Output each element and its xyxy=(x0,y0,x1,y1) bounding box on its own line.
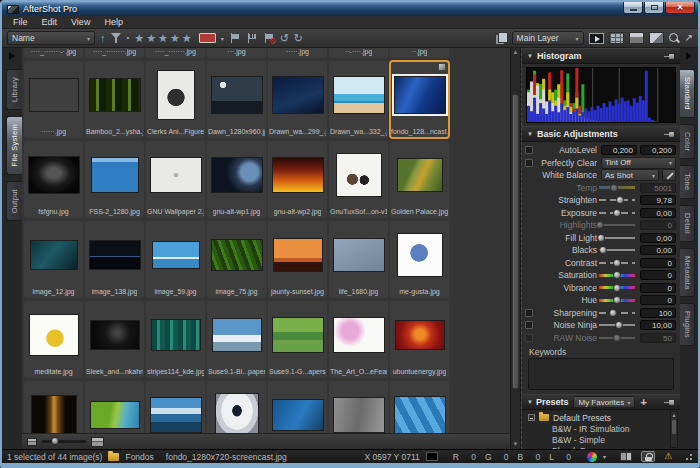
preset-item[interactable]: Bleach Bypass xyxy=(528,445,667,449)
thumbnail-cell[interactable]: Golden Palace.jpg xyxy=(390,141,449,218)
menu-help[interactable]: Help xyxy=(97,17,130,27)
thumbnail-cell[interactable]: Wallpaper02.jpg xyxy=(268,381,327,433)
thumbnail-cell[interactable]: Sleek_and...nkahn.jpg xyxy=(85,301,144,378)
menu-file[interactable]: File xyxy=(6,17,35,27)
thumbnail-cell[interactable]: image_138.jpg xyxy=(85,221,144,298)
tab-output[interactable]: Output xyxy=(6,181,22,221)
thumbnail-cell[interactable]: ··.jpg xyxy=(390,48,449,58)
flag-pick-icon[interactable] xyxy=(229,32,241,44)
contrast-slider[interactable] xyxy=(599,257,635,269)
slider-knob[interactable] xyxy=(596,221,604,229)
chevron-down-icon[interactable]: ▾ xyxy=(221,35,224,42)
slideshow-icon[interactable] xyxy=(589,33,604,44)
presets-header[interactable]: ▼ Presets My Favorites ▾ + xyxy=(522,394,680,410)
rating-dot-icon[interactable]: • xyxy=(127,34,130,42)
color-label-swatch[interactable] xyxy=(199,33,216,43)
thumbnail-cell[interactable]: vista-wall...h-tree.jpg xyxy=(85,381,144,433)
preset-item[interactable]: B&W - Simple xyxy=(528,434,667,445)
thumbnail-cell[interactable]: me-gusta.jpg xyxy=(390,221,449,298)
scroll-up-icon[interactable]: ▲ xyxy=(672,412,677,418)
thumbnail-cell[interactable]: gnu-alt-wp1.jpg xyxy=(207,141,266,218)
histogram-header[interactable]: ▼ Histogram xyxy=(522,48,680,64)
thumbnail-cell[interactable]: GnuTuxSof...on-v1.jpg xyxy=(329,141,388,218)
rotate-left-icon[interactable]: ↺ xyxy=(280,33,289,44)
slider-knob[interactable] xyxy=(610,184,618,192)
highlights-value[interactable]: 0 xyxy=(640,220,676,230)
temp-slider[interactable] xyxy=(599,182,635,194)
sharpening-slider[interactable] xyxy=(599,307,635,319)
folder-name[interactable]: Fondos xyxy=(125,452,153,462)
thumbnail-cell[interactable]: Suse9.1-Bl...papers.jpg xyxy=(207,301,266,378)
resize-grip[interactable] xyxy=(684,452,693,461)
slider-knob[interactable] xyxy=(613,296,621,304)
large-thumbnail-icon[interactable] xyxy=(91,437,104,447)
autolevel-value[interactable]: 0,200 xyxy=(640,145,676,155)
blacks-value[interactable]: 0,00 xyxy=(640,245,676,255)
sort-ascending-icon[interactable]: ↑ xyxy=(100,33,106,44)
slider-knob[interactable] xyxy=(613,284,621,292)
thumbnail-cell[interactable]: GNU Wallpaper 2.jpg xyxy=(146,141,205,218)
slider-knob[interactable] xyxy=(597,234,605,242)
slider-knob[interactable] xyxy=(615,321,623,329)
small-thumbnail-icon[interactable] xyxy=(27,438,37,446)
tab-color[interactable]: Color xyxy=(680,124,695,159)
thumbnail-cell[interactable]: image_75.jpg xyxy=(207,221,266,298)
grid-scrollbar[interactable]: ▲ ▼ xyxy=(510,48,521,449)
collapse-triangle-icon[interactable] xyxy=(686,52,692,60)
thumbnail-cell[interactable]: image_59.jpg xyxy=(146,221,205,298)
image-view-icon[interactable] xyxy=(649,32,664,44)
lock-icon[interactable] xyxy=(641,451,655,462)
slider-knob[interactable] xyxy=(599,246,607,254)
thumbnail-cell[interactable]: jaunty-sunset.jpg xyxy=(268,221,327,298)
noise-ninja-checkbox[interactable] xyxy=(525,321,533,329)
exposure-value[interactable]: 0,00 xyxy=(640,208,676,218)
warning-icon[interactable]: ⚠ xyxy=(664,452,672,461)
thumbnail-size-slider[interactable] xyxy=(42,440,86,443)
thumbnail-cell[interactable]: life_1680.jpg xyxy=(329,221,388,298)
thumbnail-cell[interactable]: Drawn_wa...332_.jpg xyxy=(329,61,388,138)
tab-detail[interactable]: Detail xyxy=(680,205,695,242)
thumbnail-cell[interactable]: Unveil.jpeg xyxy=(24,381,83,433)
temp-value[interactable]: 5001 xyxy=(640,183,676,193)
minimize-button[interactable] xyxy=(623,2,643,14)
add-preset-button[interactable]: + xyxy=(640,397,646,408)
preset-category-select[interactable]: My Favorites ▾ xyxy=(573,396,635,408)
pin-icon[interactable] xyxy=(664,52,675,60)
tab-plugins[interactable]: Plugins xyxy=(680,303,695,346)
thumbnail-cell[interactable]: FSS-2_1280.jpg xyxy=(85,141,144,218)
straighten-slider[interactable] xyxy=(599,194,635,206)
magnifier-icon[interactable] xyxy=(669,33,680,44)
filter-icon[interactable] xyxy=(111,32,122,44)
saturation-value[interactable]: 0 xyxy=(640,270,676,280)
layers-icon[interactable] xyxy=(495,32,507,44)
saturation-slider[interactable] xyxy=(599,269,635,281)
eyedropper-button[interactable] xyxy=(662,169,676,181)
pin-icon[interactable] xyxy=(664,130,675,138)
thumbnail-cell[interactable]: stripes114_kde.jpg xyxy=(146,301,205,378)
thumbnail-cell[interactable]: fondo_128...ncast.jpg xyxy=(390,61,449,138)
titlebar[interactable]: AfterShot Pro ✕ xyxy=(2,2,698,16)
perfectly-clear-dropdown[interactable]: Tint Off▾ xyxy=(601,157,676,169)
slider-knob[interactable] xyxy=(613,209,621,217)
presets-scrollbar[interactable]: ▲ xyxy=(670,411,678,448)
keywords-input[interactable] xyxy=(528,358,674,390)
thumbnail-cell[interactable]: meditate.jpg xyxy=(24,301,83,378)
chevron-down-icon[interactable]: ▾ xyxy=(603,453,606,460)
thumbnail-cell[interactable] xyxy=(329,381,388,433)
straighten-value[interactable]: 9,78 xyxy=(640,195,676,205)
thumbnail-cell[interactable]: Dawn_1280x960.jpg xyxy=(207,61,266,138)
fill-light-slider[interactable] xyxy=(599,232,635,244)
perfectly-clear-checkbox[interactable] xyxy=(525,159,533,167)
raw-noise-value[interactable]: 50 xyxy=(640,333,676,343)
sharpening-value[interactable]: 100 xyxy=(640,308,676,318)
scroll-up-icon[interactable]: ▲ xyxy=(511,48,520,57)
thumbnail-cell[interactable]: Drawn_wa...299_.jpg xyxy=(268,61,327,138)
flag-clear-icon[interactable] xyxy=(263,32,275,44)
sharpening-checkbox[interactable] xyxy=(525,309,533,317)
raw-noise-checkbox[interactable] xyxy=(525,334,533,342)
thumbnail-cell[interactable]: vista-wall...r-dock.jpg xyxy=(146,381,205,433)
slider-knob[interactable] xyxy=(613,259,621,267)
thumbnail-cell[interactable]: ······.jpg xyxy=(24,61,83,138)
scrollbar-thumb[interactable] xyxy=(672,420,676,434)
tab-metadata[interactable]: Metadata xyxy=(680,248,695,298)
